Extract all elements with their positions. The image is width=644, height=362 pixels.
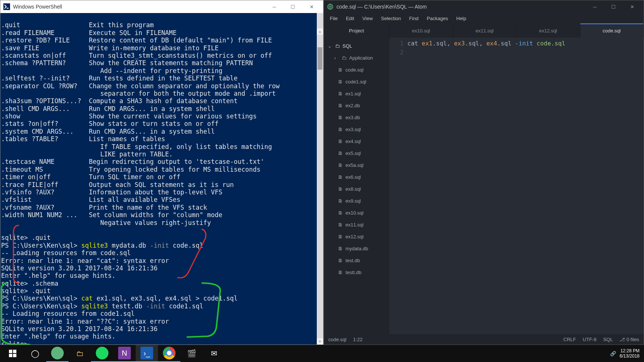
menu-view[interactable]: View bbox=[359, 14, 376, 23]
tab-file[interactable]: ex12.sql bbox=[517, 23, 580, 38]
maximize-button[interactable]: ☐ bbox=[284, 1, 302, 12]
svg-rect-6 bbox=[9, 350, 12, 353]
minimize-button[interactable]: ─ bbox=[586, 1, 603, 12]
scroll-up-arrow-icon[interactable]: ▴ bbox=[317, 28, 323, 35]
atom-statusbar: code.sql 1:22 CRLF UTF-8 SQL ⎇ 0 files bbox=[324, 334, 644, 344]
status-eol[interactable]: CRLF bbox=[564, 337, 576, 342]
tab-project[interactable]: Project bbox=[324, 23, 389, 38]
minimize-button[interactable]: ─ bbox=[266, 1, 283, 12]
scrollbar-thumb[interactable] bbox=[318, 47, 322, 70]
scroll-down-arrow-icon[interactable]: ▾ bbox=[317, 338, 323, 344]
file-icon: 🗎 bbox=[337, 127, 343, 132]
editor-code[interactable]: cat ex1.sql, ex3.sql, ex4.sql -init code… bbox=[407, 38, 644, 334]
help-line: separator for both the output mode and .… bbox=[1, 90, 276, 97]
tab-file[interactable]: ex10.sql bbox=[389, 23, 453, 38]
tree-file[interactable]: 🗎ex3.sql bbox=[324, 123, 389, 135]
menu-file[interactable]: File bbox=[326, 14, 341, 23]
menu-packages[interactable]: Packages bbox=[423, 14, 452, 23]
powershell-scrollbar[interactable]: ▴ ▾ bbox=[317, 13, 323, 344]
tree-label: testt.db bbox=[345, 270, 362, 275]
menu-edit[interactable]: Edit bbox=[342, 14, 358, 23]
taskbar-clock[interactable]: 12:28 PM 6/13/2018 bbox=[620, 348, 640, 359]
tree-file[interactable]: 🗎ex11.sql bbox=[324, 219, 389, 231]
output-line: -- Loading resources from code1.sql bbox=[1, 310, 135, 317]
file-icon: 🗎 bbox=[337, 210, 343, 216]
file-icon: 🗎 bbox=[337, 246, 343, 251]
ps-arg: ex1.sql, ex3.sql, ex4.sql > code1.sql bbox=[93, 295, 238, 302]
cortana-button[interactable]: ◯ bbox=[24, 345, 46, 362]
tree-file[interactable]: 🗎ex3.db bbox=[324, 111, 389, 123]
file-explorer-button[interactable]: 🗀 bbox=[69, 345, 91, 362]
taskbar-app-mail[interactable]: ✉ bbox=[203, 345, 225, 362]
tray-icon[interactable]: 🔗 bbox=[610, 351, 616, 356]
tree-folder[interactable]: › 🗀 Application bbox=[324, 52, 389, 64]
tree-file[interactable]: 🗎mydata.db bbox=[324, 242, 389, 254]
maximize-button[interactable]: ☐ bbox=[605, 1, 622, 12]
tree-file[interactable]: 🗎testt.db bbox=[324, 266, 389, 278]
file-icon: 🗎 bbox=[337, 162, 343, 168]
help-line: .vfslist List all available VFSes bbox=[1, 196, 180, 203]
output-line: Error: near line 1: near "??C": syntax e… bbox=[1, 318, 169, 325]
tree-file[interactable]: 🗎test.db bbox=[324, 254, 389, 266]
taskbar-app[interactable]: 🎬 bbox=[180, 345, 203, 362]
output-line: Enter ".help" for usage hints. bbox=[1, 272, 116, 279]
tree-file[interactable]: 🗎ex6.sql bbox=[324, 171, 389, 183]
menu-help[interactable]: Help bbox=[452, 14, 470, 23]
help-line: .restore ?DB? FILE Restore content of DB… bbox=[1, 36, 272, 44]
help-line: If TABLE specified, only list tables mat… bbox=[1, 143, 272, 150]
status-encoding[interactable]: UTF-8 bbox=[583, 337, 597, 342]
tree-file[interactable]: 🗎ex10.sql bbox=[324, 207, 389, 219]
tree-label: ex3.db bbox=[345, 115, 360, 120]
ps-arg: mydata.db bbox=[108, 242, 150, 249]
status-cursor[interactable]: 1:22 bbox=[353, 337, 362, 342]
status-git[interactable]: ⎇ 0 files bbox=[619, 337, 639, 342]
tree-label: code1.sql bbox=[345, 79, 366, 85]
help-line: .testcase NAME Begin redirecting output … bbox=[1, 158, 264, 165]
tree-label: test.db bbox=[345, 258, 360, 263]
taskbar-app[interactable] bbox=[46, 345, 69, 362]
tree-label: ex5a.sql bbox=[345, 162, 363, 168]
tree-file[interactable]: 🗎ex12.sql bbox=[324, 231, 389, 242]
menu-selection[interactable]: Selection bbox=[377, 14, 404, 23]
tree-file[interactable]: 🗎code.sql bbox=[324, 64, 389, 76]
atom-icon bbox=[51, 347, 64, 359]
powershell-terminal[interactable]: .quit Exit this program .read FILENAME E… bbox=[0, 13, 323, 344]
tree-file[interactable]: 🗎ex2.db bbox=[324, 99, 389, 111]
ps-arg: code.sql bbox=[169, 242, 203, 249]
help-line: .show Show the current values for variou… bbox=[1, 112, 257, 120]
tree-root[interactable]: ⌄ 🗀 SQL bbox=[324, 40, 389, 52]
start-button[interactable] bbox=[1, 345, 24, 362]
tab-file-active[interactable]: code.sql bbox=[580, 23, 644, 38]
system-tray: 🔗 12:28 PM 6/13/2018 bbox=[610, 348, 643, 359]
menu-find[interactable]: Find bbox=[405, 14, 422, 23]
tree-file[interactable]: 🗎ex4.sql bbox=[324, 135, 389, 147]
line-number: 2 bbox=[389, 48, 404, 57]
atom-editor[interactable]: 1 2 cat ex1.sql, ex3.sql, ex4.sql -init … bbox=[389, 38, 644, 334]
taskbar-app-chrome[interactable] bbox=[158, 345, 180, 362]
tree-file[interactable]: 🗎ex5.sql bbox=[324, 147, 389, 159]
editor-gutter: 1 2 bbox=[389, 38, 407, 334]
tree-label: ex6.sql bbox=[345, 174, 361, 180]
tree-file[interactable]: 🗎code1.sql bbox=[324, 76, 389, 88]
tree-file[interactable]: 🗎ex8.sql bbox=[324, 183, 389, 195]
tree-file[interactable]: 🗎ex5a.sql bbox=[324, 159, 389, 171]
atom-menubar: File Edit View Selection Find Packages H… bbox=[324, 13, 644, 23]
powershell-titlebar[interactable]: Windows PowerShell ─ ☐ ✕ bbox=[0, 0, 323, 13]
close-button[interactable]: ✕ bbox=[303, 1, 320, 12]
taskbar-app-powershell[interactable]: ›_ bbox=[136, 345, 158, 362]
tree-label: ex5.sql bbox=[345, 150, 361, 156]
taskbar-app[interactable] bbox=[91, 345, 113, 362]
status-language[interactable]: SQL bbox=[603, 337, 613, 342]
tree-file[interactable]: 🗎ex9.sql bbox=[324, 195, 389, 207]
ps-cmd: cat bbox=[81, 295, 93, 302]
atom-titlebar[interactable]: code.sql — C:\Users\Ken\SQL — Atom ─ ☐ ✕ bbox=[324, 0, 644, 13]
file-icon: 🗎 bbox=[337, 150, 343, 156]
taskbar-app[interactable]: N bbox=[113, 345, 136, 362]
tree-file[interactable]: 🗎ex1.sql bbox=[324, 88, 389, 99]
file-icon: 🗎 bbox=[337, 103, 343, 108]
atom-tree-view[interactable]: ⌄ 🗀 SQL › 🗀 Application 🗎code.sql 🗎code1… bbox=[324, 38, 389, 334]
tab-file[interactable]: ex11.sql bbox=[453, 23, 517, 38]
close-button[interactable]: ✕ bbox=[624, 1, 641, 12]
help-line: .trace FILE|off Output each SQL statemen… bbox=[1, 181, 234, 188]
status-file[interactable]: code.sql bbox=[328, 337, 346, 342]
